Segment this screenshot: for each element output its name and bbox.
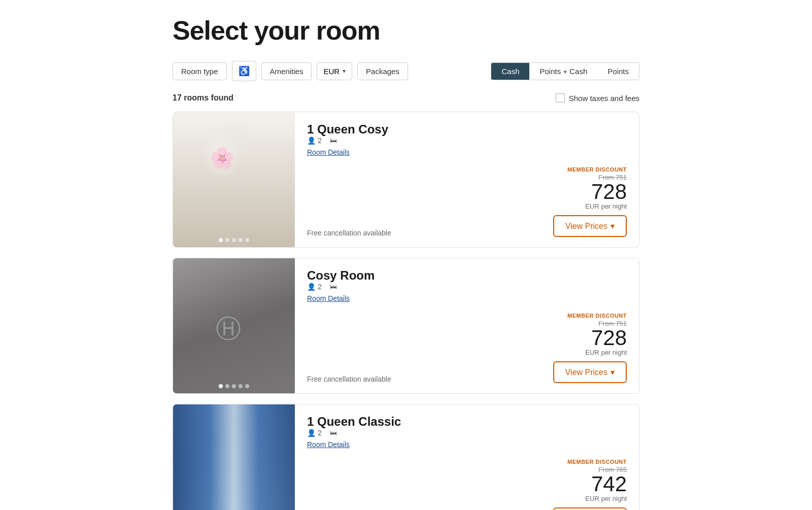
room-type-filter[interactable]: Room type [173,62,227,80]
bed-icon: 🛏 [330,137,337,145]
image-dots [219,384,249,388]
price-unit: EUR per night [585,202,627,210]
image-dot[interactable] [225,238,229,242]
guest-count: 👤 2 [307,429,322,437]
room-image [173,258,295,393]
chevron-down-icon: ▾ [611,367,615,377]
price-unit: EUR per night [585,495,627,502]
image-dot[interactable] [239,238,243,242]
filter-left: Room type ♿ Amenities EUR ▾ Packages [173,61,408,81]
image-dot[interactable] [232,384,236,388]
price-amount: 728 [591,327,627,349]
room-name: 1 Queen Cosy [307,122,388,137]
chevron-down-icon: ▾ [343,67,346,75]
price-amount: 742 [591,473,627,495]
taxes-checkbox[interactable] [556,93,565,103]
guest-count: 👤 2 [307,283,322,291]
price-toggle-group: Cash Points + Cash Points [491,62,639,80]
price-unit: EUR per night [585,349,627,356]
room-image [173,404,295,510]
room-card: Cosy Room 👤 2 🛏 Room Details [173,258,639,394]
room-meta: 👤 2 🛏 [307,429,401,437]
image-dot[interactable] [219,384,223,388]
page-title: Select your room [173,15,639,46]
bed-icon: 🛏 [330,283,337,291]
price-section: MEMBER DISCOUNT From 751 728 EUR per nig… [553,166,627,237]
bed-icon: 🛏 [330,429,337,437]
room-details-link[interactable]: Room Details [307,148,350,156]
room-details-link[interactable]: Room Details [307,440,350,449]
accessibility-filter[interactable]: ♿ [232,61,256,81]
room-meta: 👤 2 🛏 [307,137,388,145]
member-discount-label: MEMBER DISCOUNT [567,459,627,465]
member-discount-label: MEMBER DISCOUNT [567,166,627,173]
currency-filter[interactable]: EUR ▾ [317,62,352,80]
room-card: 1 Queen Cosy 👤 2 🛏 Room Details [173,112,639,248]
room-name: Cosy Room [307,268,375,283]
view-prices-label: View Prices [565,222,607,231]
image-dot[interactable] [239,384,243,388]
chevron-down-icon: ▾ [611,221,615,231]
bed-type: 🛏 [330,429,337,437]
room-name: 1 Queen Classic [307,415,401,429]
price-section: MEMBER DISCOUNT From 751 728 EUR per nig… [553,313,627,383]
view-prices-button[interactable]: View Prices ▾ [553,507,627,510]
guest-count: 👤 2 [307,137,322,145]
image-dot[interactable] [225,384,229,388]
image-dots [219,238,249,242]
cancellation-text: Free cancellation available [307,229,391,237]
price-amount: 728 [591,181,627,202]
image-dot[interactable] [219,238,223,242]
accessibility-icon: ♿ [239,65,250,77]
amenities-filter[interactable]: Amenities [261,62,312,80]
room-image [173,112,295,247]
room-card: 1 Queen Classic 👤 2 🛏 Room Detai [173,404,639,510]
image-dot[interactable] [232,238,236,242]
currency-label: EUR [323,67,340,76]
packages-filter[interactable]: Packages [357,62,408,80]
person-icon: 👤 [307,283,316,291]
cancellation-text: Free cancellation available [307,375,391,383]
room-meta: 👤 2 🛏 [307,283,375,291]
view-prices-label: View Prices [565,368,607,377]
image-dot[interactable] [245,238,249,242]
member-discount-label: MEMBER DISCOUNT [567,313,627,319]
person-icon: 👤 [307,429,316,437]
room-details-link[interactable]: Room Details [307,294,350,302]
taxes-label: Show taxes and fees [569,94,639,103]
image-dot[interactable] [245,384,249,388]
room-list: 1 Queen Cosy 👤 2 🛏 Room Details [173,112,639,510]
person-icon: 👤 [307,137,316,145]
view-prices-button[interactable]: View Prices ▾ [553,361,627,383]
bed-type: 🛏 [330,137,337,145]
rooms-found-count: 17 rooms found [173,93,233,103]
price-section: MEMBER DISCOUNT From 765 742 EUR per nig… [553,459,627,510]
bed-type: 🛏 [330,283,337,291]
price-toggle-points[interactable]: Points [597,63,639,80]
taxes-toggle[interactable]: Show taxes and fees [556,93,639,103]
results-bar: 17 rooms found Show taxes and fees [173,93,639,103]
view-prices-button[interactable]: View Prices ▾ [553,215,627,237]
filter-bar: Room type ♿ Amenities EUR ▾ Packages Cas… [173,61,639,81]
price-toggle-points-cash[interactable]: Points + Cash [529,63,597,80]
price-toggle-cash[interactable]: Cash [491,63,529,80]
